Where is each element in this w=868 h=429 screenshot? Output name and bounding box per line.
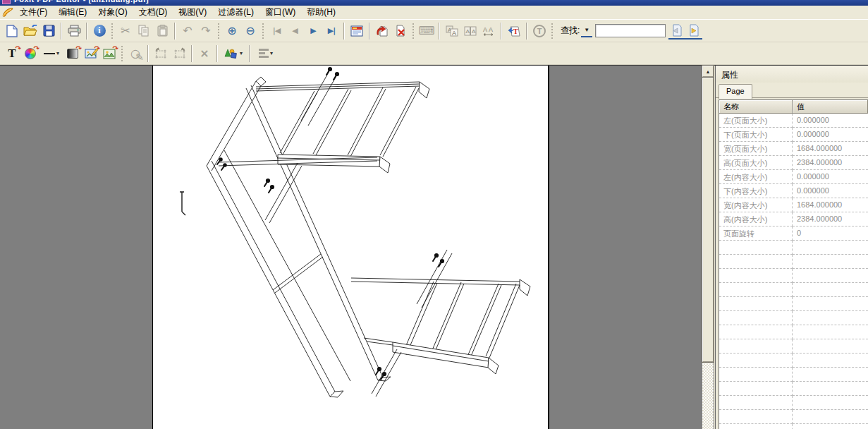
tab-page[interactable]: Page <box>719 84 752 99</box>
undo-button[interactable]: ↶ <box>178 22 197 40</box>
window-title: Foxit PDF Editor - [anzhuang.pdf] <box>14 0 149 4</box>
pdf-page[interactable] <box>152 66 549 429</box>
first-page-button[interactable]: |◀ <box>267 22 286 40</box>
svg-text:A: A <box>472 28 476 35</box>
redo-icon: ↷ <box>201 25 210 37</box>
circle-t-icon: T <box>533 25 546 37</box>
table-header: 名称 值 <box>719 100 868 114</box>
rotate-object-right-button[interactable] <box>170 44 188 63</box>
panel-tabstrip: Page <box>716 83 868 98</box>
menu-edit[interactable]: 编辑(E) <box>53 5 92 20</box>
redo-button[interactable]: ↷ <box>197 22 215 40</box>
prop-value[interactable]: 2384.000000 <box>793 212 868 226</box>
shapes-tool-button[interactable]: ▾ <box>221 44 246 63</box>
font-spacing-button[interactable]: A A <box>479 22 498 40</box>
prop-value[interactable]: 0 <box>793 226 868 241</box>
prop-value[interactable]: 0.000000 <box>793 128 868 142</box>
paste-button[interactable] <box>153 22 171 40</box>
text-properties-button[interactable]: T <box>505 22 523 40</box>
menu-document[interactable]: 文档(D) <box>133 5 173 20</box>
prop-value[interactable]: 2384.000000 <box>793 156 868 170</box>
toolbar-drag-handle[interactable] <box>111 23 114 39</box>
find-toolbar: 查找: ▼ <box>558 23 702 40</box>
properties-table: 名称 值 左(页面大小) 0.000000 下(页面大小) 0.000000 宽… <box>719 99 868 429</box>
cut-button[interactable]: ✂ <box>116 22 135 40</box>
open-folder-icon <box>23 25 37 37</box>
last-page-button[interactable]: ▶| <box>322 22 341 40</box>
delete-page-button[interactable] <box>391 22 410 40</box>
info-icon: i <box>94 25 106 37</box>
toolbar-drag-handle[interactable] <box>218 23 220 39</box>
font-replace-button[interactable]: A A <box>443 22 461 40</box>
edit-image-button[interactable]: ↷ <box>82 44 100 63</box>
toolbar-drag-handle[interactable] <box>551 23 554 39</box>
chevron-down-icon: ▼ <box>584 27 589 33</box>
column-header-name[interactable]: 名称 <box>719 100 793 114</box>
color-wheel-button[interactable]: ↷ <box>21 44 39 63</box>
save-floppy-icon <box>43 25 55 37</box>
find-input[interactable] <box>595 24 666 37</box>
copy-button[interactable] <box>135 22 153 40</box>
prop-value[interactable]: 1684.000000 <box>793 142 868 156</box>
text-circle-button[interactable]: T <box>530 22 549 40</box>
prop-value[interactable]: 1684.000000 <box>793 198 868 212</box>
line-tool-button[interactable]: ▾ <box>39 44 63 63</box>
document-canvas[interactable] <box>0 66 702 429</box>
open-button[interactable] <box>21 22 39 40</box>
prop-value[interactable]: 0.000000 <box>793 114 868 128</box>
prop-value[interactable]: 0.000000 <box>793 184 868 198</box>
transform-cross-button[interactable]: × <box>195 44 214 63</box>
svg-text:A: A <box>483 26 487 33</box>
add-image-button[interactable]: ↷ <box>100 44 118 63</box>
undo-icon: ↶ <box>183 25 192 37</box>
separator <box>216 45 218 62</box>
find-next-icon <box>687 24 700 37</box>
zoom-out-button[interactable]: ⊖ <box>241 22 259 40</box>
document-menu-icon[interactable] <box>1 7 14 18</box>
separator <box>174 23 176 40</box>
prop-name: 宽(内容大小) <box>719 198 793 212</box>
find-next-button[interactable] <box>685 23 702 40</box>
next-page-button[interactable]: ▶ <box>304 22 322 40</box>
column-header-value[interactable]: 值 <box>793 100 868 114</box>
toolbar-drag-handle[interactable] <box>121 46 123 61</box>
zoom-in-button[interactable]: ⊕ <box>223 22 241 40</box>
document-info-button[interactable]: i <box>90 22 109 40</box>
lasso-edit-button[interactable]: ○ ✎ <box>126 44 145 63</box>
previous-page-button[interactable]: ◀ <box>286 22 304 40</box>
svg-text:A: A <box>466 28 470 35</box>
menu-object[interactable]: 对象(O) <box>92 5 133 20</box>
menu-view[interactable]: 视图(V) <box>173 5 212 20</box>
cross-icon: × <box>200 48 209 59</box>
add-text-button[interactable]: T ↷ <box>3 44 21 63</box>
separator <box>439 23 440 40</box>
keyboard-button[interactable]: ⌨ <box>417 22 436 40</box>
save-button[interactable] <box>39 22 58 40</box>
page-layout-button[interactable] <box>348 22 366 40</box>
menu-filter[interactable]: 过滤器(L) <box>212 5 259 20</box>
gradient-tool-button[interactable]: ↷ <box>63 44 82 63</box>
menu-window[interactable]: 窗口(W) <box>259 5 301 20</box>
toolbar-drag-handle[interactable] <box>262 23 264 39</box>
first-page-icon: |◀ <box>273 26 280 35</box>
separator <box>501 23 502 40</box>
rotate-right-icon <box>173 47 186 59</box>
scroll-up-button[interactable]: ▲ <box>702 66 714 77</box>
find-options-dropdown[interactable]: ▼ <box>581 25 592 37</box>
menu-file[interactable]: 文件(F) <box>14 5 53 20</box>
empty-row <box>719 354 868 368</box>
rotate-object-left-button[interactable] <box>152 44 170 63</box>
font-pair-button[interactable]: A A <box>461 22 479 40</box>
align-tool-button[interactable]: ▾ <box>253 44 279 63</box>
scrollbar-thumb[interactable] <box>702 78 714 362</box>
vertical-scrollbar[interactable]: ▲ <box>702 66 714 429</box>
prop-value[interactable]: 0.000000 <box>793 170 868 184</box>
table-row: 宽(页面大小) 1684.000000 <box>719 142 868 156</box>
new-document-button[interactable] <box>3 22 21 40</box>
menu-help[interactable]: 帮助(H) <box>301 5 341 20</box>
insert-page-button[interactable] <box>373 22 391 40</box>
toolbar-drag-handle[interactable] <box>412 23 415 39</box>
print-button[interactable] <box>65 22 83 40</box>
find-previous-button[interactable] <box>668 23 685 40</box>
printer-icon <box>68 25 81 37</box>
